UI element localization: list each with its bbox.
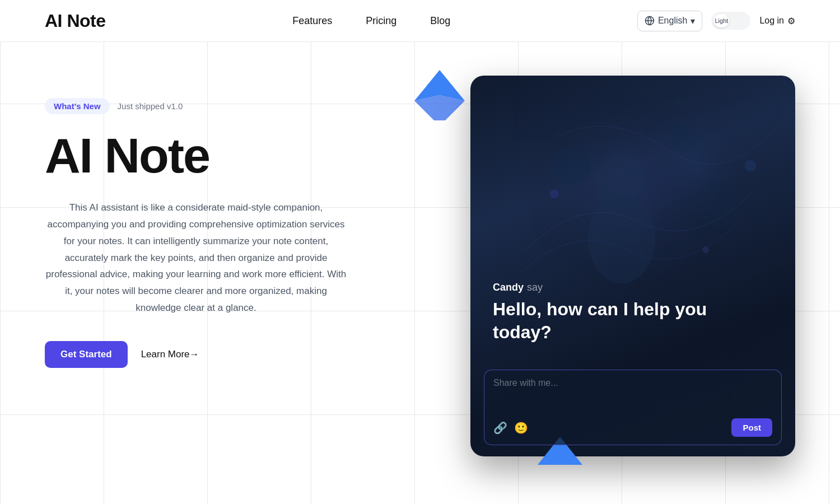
hero-section: What's New Just shipped v1.0 AI Note Thi… [45,87,426,368]
cta-row: Get Started Learn More→ [45,341,426,368]
emoji-button[interactable]: 🙂 [514,421,528,435]
login-icon: ⚙ [787,16,795,26]
candy-section: Candy say Hello, how can I help you toda… [493,282,773,344]
blue-arrow-decoration [414,70,465,120]
chat-input-actions: 🔗 🙂 Post [493,418,772,437]
chat-input-area: 🔗 🙂 Post [484,370,782,445]
candy-say-label: Candy say [493,282,773,293]
svg-point-7 [596,152,647,213]
candy-greeting: Hello, how can I help you today? [493,298,728,344]
hero-description: This AI assistant is like a considerate … [45,199,347,316]
chat-input-field[interactable] [493,378,772,412]
shipped-text: Just shipped v1.0 [118,101,183,111]
svg-point-8 [552,146,591,185]
attach-button[interactable]: 🔗 [493,421,507,435]
whats-new-row: What's New Just shipped v1.0 [45,98,426,114]
chat-card: Candy say Hello, how can I help you toda… [470,76,795,456]
language-arrow: ▾ [690,16,695,26]
login-button[interactable]: Log in ⚙ [759,16,795,26]
svg-point-11 [550,189,559,198]
nav-right: English ▾ Light Log in ⚙ [637,11,795,31]
hero-title: AI Note [45,130,426,181]
globe-icon [645,16,655,26]
chat-icon-row: 🔗 🙂 [493,421,528,435]
learn-more-link[interactable]: Learn More→ [141,349,199,360]
theme-label: Light [715,17,728,24]
language-label: English [658,16,687,26]
attach-icon: 🔗 [493,422,507,434]
candy-say-text: say [527,282,543,293]
theme-toggle[interactable]: Light [711,12,750,30]
svg-point-9 [669,124,697,152]
main-content: What's New Just shipped v1.0 AI Note Thi… [0,42,840,504]
language-selector[interactable]: English ▾ [637,11,702,31]
theme-toggle-knob: Light [713,14,729,27]
svg-point-12 [702,246,709,253]
nav-features[interactable]: Features [292,15,332,27]
nav-links: Features Pricing Blog [292,15,450,27]
whats-new-badge: What's New [45,98,110,114]
nav-logo: AI Note [45,11,106,31]
get-started-button[interactable]: Get Started [45,341,128,368]
navbar: AI Note Features Pricing Blog English ▾ … [0,0,840,42]
candy-name: Candy [493,282,524,293]
right-panel: Candy say Hello, how can I help you toda… [448,87,795,456]
post-button[interactable]: Post [731,418,772,437]
emoji-icon: 🙂 [514,422,528,434]
login-label: Log in [759,16,784,26]
nav-blog[interactable]: Blog [430,15,450,27]
svg-point-13 [745,160,756,171]
svg-point-10 [694,183,739,227]
nav-pricing[interactable]: Pricing [366,15,396,27]
